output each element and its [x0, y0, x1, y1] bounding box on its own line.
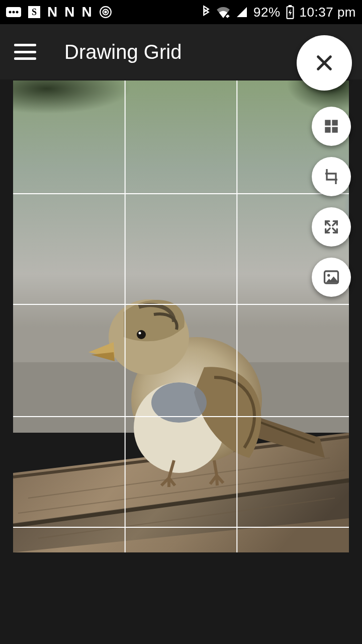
svg-point-3: [16, 11, 19, 14]
svg-rect-38: [332, 120, 337, 125]
app-title: Drawing Grid: [64, 41, 182, 63]
battery-charging-icon: [286, 5, 295, 19]
svg-rect-10: [288, 5, 291, 7]
signal-icon: [235, 6, 248, 18]
reference-image: [13, 80, 349, 552]
app-s-icon: S: [28, 6, 40, 18]
clock: 10:37 pm: [300, 5, 356, 20]
app-n1-icon: N: [47, 4, 57, 20]
svg-rect-37: [325, 120, 330, 125]
svg-point-2: [13, 11, 15, 14]
svg-text:S: S: [32, 7, 37, 17]
svg-point-28: [139, 332, 141, 335]
status-bar: S N N N 92% 10:37 pm: [0, 0, 362, 24]
grid-button[interactable]: [312, 107, 351, 146]
svg-point-1: [9, 11, 12, 14]
spiral-icon: [99, 6, 112, 19]
svg-point-8: [105, 11, 106, 13]
image-button[interactable]: [312, 258, 351, 297]
menu-button[interactable]: [14, 44, 36, 60]
svg-point-25: [151, 382, 207, 423]
expand-button[interactable]: [312, 207, 351, 247]
svg-point-42: [327, 274, 330, 277]
svg-point-27: [137, 330, 146, 339]
close-button[interactable]: [297, 35, 352, 91]
app-n3-icon: N: [81, 4, 92, 20]
status-bar-left: S N N N: [6, 4, 112, 20]
bluetooth-icon: [201, 5, 211, 19]
crop-button[interactable]: [312, 157, 351, 196]
image-canvas[interactable]: [13, 80, 349, 552]
svg-rect-40: [332, 127, 337, 132]
app-n2-icon: N: [64, 4, 74, 20]
more-icon: [6, 7, 21, 17]
status-bar-right: 92% 10:37 pm: [201, 5, 356, 20]
battery-percent: 92%: [253, 5, 281, 20]
wifi-icon: [216, 6, 230, 18]
svg-rect-39: [325, 127, 330, 132]
